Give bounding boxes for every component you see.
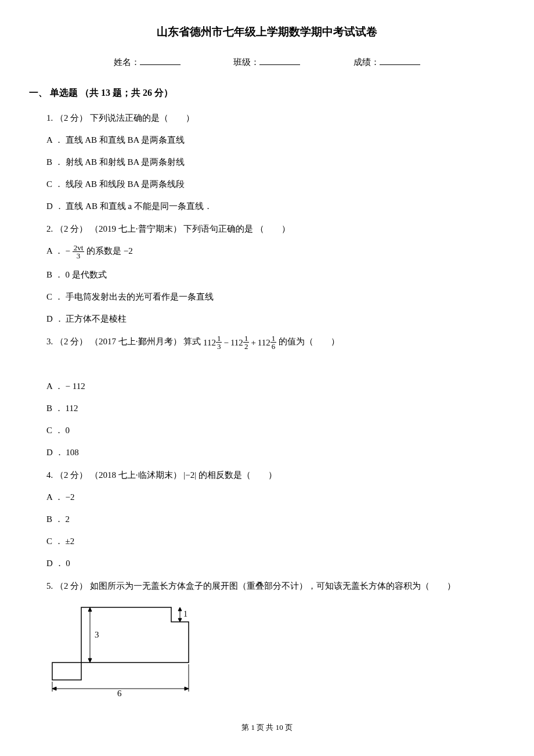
q3-pre: 算式 (183, 337, 203, 346)
box-unfold-icon: 1 3 6 (46, 602, 192, 697)
q4-points: （2 分） (55, 470, 88, 480)
svg-marker-2 (178, 607, 182, 611)
question-5: 5. （2 分） 如图所示为一无盖长方体盒子的展开图（重叠部分不计），可知该无盖… (29, 579, 505, 593)
q4-d-val: 0 (66, 559, 70, 568)
q5-points: （2 分） (55, 581, 88, 591)
q4-d-pre: D ． (46, 559, 64, 568)
q3-frac2: 1 2 (243, 334, 250, 350)
q3-option-d: D ． 108 (46, 445, 505, 459)
score-label: 成绩： (353, 55, 380, 69)
q3-number: 3. (46, 337, 55, 346)
q2-stem: 2. （2 分） （2019 七上·普宁期末） 下列语句正确的是 （ ） (46, 222, 505, 236)
q3-d2: 2 (243, 343, 250, 350)
q4-option-a: A ． −2 (46, 490, 505, 504)
q5-dim-3: 3 (95, 630, 99, 639)
q4-c-val: ±2 (66, 537, 75, 546)
q4-value: |−2| (183, 470, 196, 480)
class-field: 班级： (233, 55, 300, 69)
q5-diagram: 1 3 6 (29, 602, 505, 701)
q1-option-b: B ． 射线 AB 和射线 BA 是两条射线 (46, 155, 505, 169)
q4-stem: 4. （2 分） （2018 七上·临沭期末） |−2| 的相反数是（ ） (46, 468, 505, 482)
q3-op1: − (223, 336, 228, 350)
q3-frac3: 1 6 (270, 334, 277, 350)
q2-a-neg: − (66, 246, 73, 255)
q3-expression: 112 1 3 − 112 1 2 + 112 1 6 (203, 334, 276, 350)
q3-n2: 1 (243, 334, 250, 343)
q4-number: 4. (46, 470, 55, 480)
q3-term3: 112 1 6 (258, 334, 276, 350)
q2-option-b: B ． 0 是代数式 (46, 268, 505, 282)
q3-post: 的值为（ ） (279, 337, 340, 346)
question-1: 1. （2 分） 下列说法正确的是（ ） A ． 直线 AB 和直线 BA 是两… (29, 111, 505, 213)
question-2: 2. （2 分） （2019 七上·普宁期末） 下列语句正确的是 （ ） A ．… (29, 222, 505, 326)
q3-w3: 112 (258, 336, 270, 350)
svg-marker-5 (88, 607, 92, 611)
q3-stem: 3. （2 分） （2017 七上·鄞州月考） 算式 112 1 3 − 112… (46, 334, 505, 350)
score-field: 成绩： (353, 55, 420, 69)
q4-post: 的相反数是（ ） (199, 470, 277, 480)
q4-source: （2018 七上·临沭期末） (90, 470, 182, 480)
q2-points: （2 分） (55, 224, 88, 233)
q2-a-frac-num: 2vt (73, 244, 85, 252)
page-title: 山东省德州市七年级上学期数学期中考试试卷 (29, 23, 505, 41)
q3-points: （2 分） (55, 337, 88, 346)
q5-dim-1: 1 (183, 610, 187, 618)
q1-text: 下列说法正确的是（ ） (90, 113, 194, 123)
class-blank[interactable] (259, 56, 300, 65)
q4-a-val: −2 (66, 492, 75, 502)
q1-points: （2 分） (55, 113, 88, 123)
q5-dim-6: 6 (117, 689, 122, 697)
q5-text: 如图所示为一无盖长方体盒子的展开图（重叠部分不计），可知该无盖长方体的容积为（ … (90, 581, 456, 591)
q3-d1: 3 (216, 343, 222, 350)
student-info-row: 姓名： 班级： 成绩： (29, 55, 505, 69)
q2-a-value: −2 (124, 246, 133, 255)
question-3: 3. （2 分） （2017 七上·鄞州月考） 算式 112 1 3 − 112… (29, 334, 505, 459)
q3-w1: 112 (203, 336, 216, 350)
q4-b-val: 2 (66, 514, 70, 524)
q4-a-pre: A ． (46, 492, 63, 502)
q1-stem: 1. （2 分） 下列说法正确的是（ ） (46, 111, 505, 125)
q5-number: 5. (46, 581, 55, 591)
q3-d3: 6 (270, 343, 277, 350)
q3-source: （2017 七上·鄞州月考） (90, 337, 182, 346)
q3-n1: 1 (216, 334, 222, 343)
svg-marker-8 (52, 687, 56, 690)
q3-option-b: B ． 112 (46, 401, 505, 415)
section-1-header: 一、 单选题 （共 13 题；共 26 分） (29, 85, 505, 100)
q1-option-a: A ． 直线 AB 和直线 BA 是两条直线 (46, 133, 505, 147)
svg-marker-6 (88, 658, 92, 663)
q2-option-a: A ． − 2vt 3 的系数是 −2 (46, 244, 505, 260)
q4-option-c: C ． ±2 (46, 534, 505, 548)
q2-number: 2. (46, 224, 55, 233)
q3-frac1: 1 3 (216, 334, 222, 350)
q3-option-c: C ． 0 (46, 423, 505, 437)
svg-marker-3 (178, 618, 182, 622)
q4-c-pre: C ． (46, 537, 63, 546)
q2-source: （2019 七上·普宁期末） (90, 224, 182, 233)
q2-text: 下列语句正确的是 (183, 224, 253, 233)
q3-n3: 1 (270, 334, 277, 343)
name-label: 姓名： (114, 55, 140, 69)
q3-term1: 112 1 3 (203, 334, 222, 350)
svg-marker-9 (185, 687, 189, 690)
q4-b-pre: B ． (46, 514, 63, 524)
q2-option-c: C ． 手电筒发射出去的光可看作是一条直线 (46, 290, 505, 304)
q2-a-prefix: A ． (46, 246, 63, 255)
class-label: 班级： (233, 55, 259, 69)
q3-w2: 112 (230, 336, 243, 350)
q3-op2: + (251, 336, 255, 350)
q5-stem: 5. （2 分） 如图所示为一无盖长方体盒子的展开图（重叠部分不计），可知该无盖… (46, 579, 505, 593)
q2-option-d: D ． 正方体不是棱柱 (46, 312, 505, 326)
q1-option-d: D ． 直线 AB 和直线 a 不能是同一条直线． (46, 199, 505, 213)
score-blank[interactable] (380, 56, 420, 65)
q2-a-frac-den: 3 (73, 252, 85, 260)
q1-option-c: C ． 线段 AB 和线段 BA 是两条线段 (46, 177, 505, 191)
q3-option-a: A ． − 112 (46, 379, 505, 393)
q4-option-b: B ． 2 (46, 512, 505, 526)
q4-option-d: D ． 0 (46, 556, 505, 570)
q2-a-fraction: 2vt 3 (73, 244, 85, 260)
q2-a-post: 的系数是 (86, 246, 124, 255)
name-blank[interactable] (140, 56, 181, 65)
question-4: 4. （2 分） （2018 七上·临沭期末） |−2| 的相反数是（ ） A … (29, 468, 505, 570)
q3-term2: 112 1 2 (230, 334, 249, 350)
